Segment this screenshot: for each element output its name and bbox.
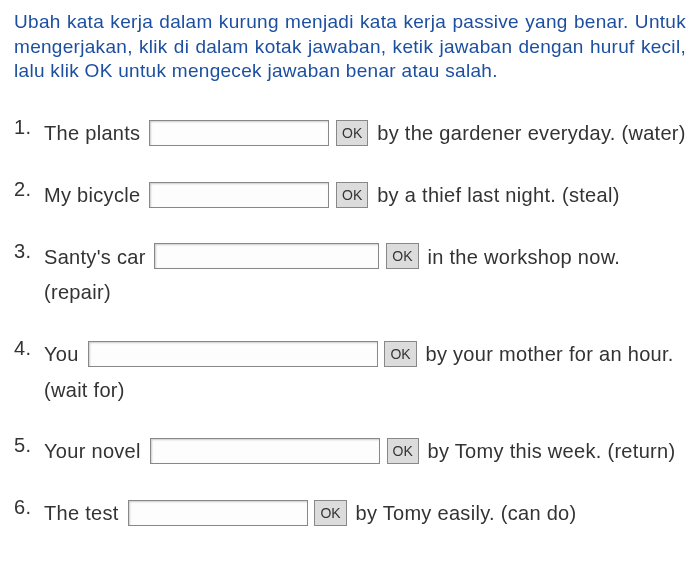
sentence-after: by your mother for an hour. — [425, 343, 673, 365]
question-number: 6. — [14, 494, 44, 519]
sentence-before: Your novel — [44, 440, 141, 462]
answer-input[interactable] — [149, 120, 329, 146]
question-content: My bicycle OK by a thief last night. (st… — [44, 176, 686, 212]
question-content: The plants OK by the gardener everyday. … — [44, 114, 686, 150]
ok-button[interactable]: OK — [386, 243, 418, 269]
answer-input[interactable] — [88, 341, 378, 367]
verb-hint: (wait for) — [44, 378, 125, 400]
sentence-after: by the gardener everyday. — [377, 122, 615, 144]
ok-button[interactable]: OK — [336, 120, 368, 146]
answer-input[interactable] — [149, 182, 329, 208]
sentence-before: Santy's car — [44, 245, 146, 267]
sentence-before: You — [44, 343, 79, 365]
verb-hint: (water) — [621, 122, 685, 144]
sentence-before: The plants — [44, 122, 140, 144]
sentence-after: in the workshop now. — [427, 245, 620, 267]
answer-input[interactable] — [150, 438, 380, 464]
sentence-after: by Tomy this week. — [428, 440, 602, 462]
sentence-after: by a thief last night. — [377, 184, 556, 206]
question-list: 1. The plants OK by the gardener everyda… — [14, 114, 686, 530]
question-number: 1. — [14, 114, 44, 139]
sentence-before: The test — [44, 502, 119, 524]
answer-input[interactable] — [154, 243, 379, 269]
ok-button[interactable]: OK — [314, 500, 346, 526]
verb-hint: (return) — [607, 440, 675, 462]
verb-hint: (steal) — [562, 184, 620, 206]
question-content: You OK by your mother for an hour. (wait… — [44, 335, 686, 406]
question-content: Your novel OK by Tomy this week. (return… — [44, 432, 686, 468]
sentence-after: by Tomy easily. — [355, 502, 494, 524]
question-number: 4. — [14, 335, 44, 360]
question-number: 2. — [14, 176, 44, 201]
question-number: 3. — [14, 238, 44, 263]
instructions-text: Ubah kata kerja dalam kurung menjadi kat… — [14, 10, 686, 84]
answer-input[interactable] — [128, 500, 308, 526]
question-item: 5. Your novel OK by Tomy this week. (ret… — [14, 432, 686, 468]
ok-button[interactable]: OK — [384, 341, 416, 367]
question-item: 1. The plants OK by the gardener everyda… — [14, 114, 686, 150]
ok-button[interactable]: OK — [336, 182, 368, 208]
verb-hint: (repair) — [44, 281, 111, 303]
question-content: The test OK by Tomy easily. (can do) — [44, 494, 686, 530]
ok-button[interactable]: OK — [387, 438, 419, 464]
question-number: 5. — [14, 432, 44, 457]
question-item: 2. My bicycle OK by a thief last night. … — [14, 176, 686, 212]
sentence-before: My bicycle — [44, 184, 140, 206]
question-item: 4. You OK by your mother for an hour. (w… — [14, 335, 686, 406]
verb-hint: (can do) — [501, 502, 577, 524]
question-item: 3. Santy's car OK in the workshop now. (… — [14, 238, 686, 309]
question-item: 6. The test OK by Tomy easily. (can do) — [14, 494, 686, 530]
question-content: Santy's car OK in the workshop now. (rep… — [44, 238, 686, 309]
